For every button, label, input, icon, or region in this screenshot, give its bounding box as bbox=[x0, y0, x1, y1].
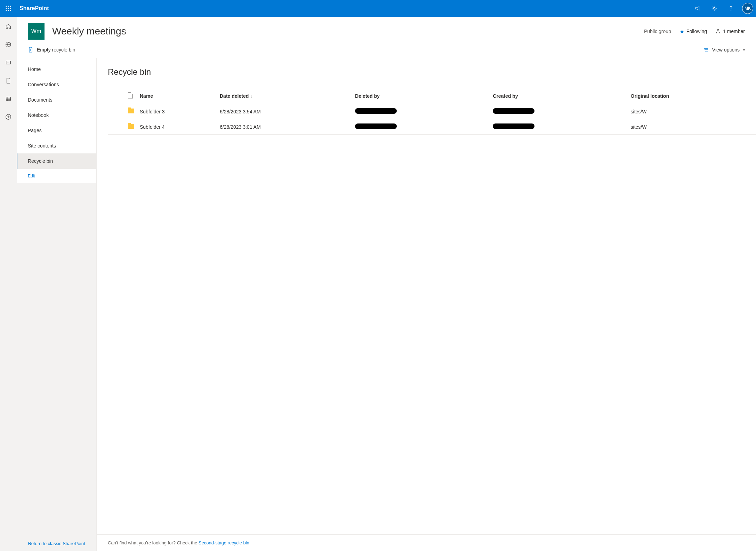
cell-created-by bbox=[490, 104, 628, 119]
site-logo-text: Wm bbox=[31, 28, 41, 34]
plus-circle-icon bbox=[5, 114, 11, 120]
app-rail bbox=[0, 17, 17, 551]
help-icon bbox=[728, 5, 734, 11]
cell-created-by bbox=[490, 119, 628, 135]
view-icon bbox=[703, 47, 709, 52]
rail-create-button[interactable] bbox=[5, 113, 12, 120]
empty-label: Empty recycle bin bbox=[37, 47, 75, 53]
cell-original: sites/W bbox=[628, 104, 756, 119]
table-row[interactable]: Subfolder 4 6/28/2023 3:01 AM sites/W bbox=[108, 119, 756, 135]
svg-point-15 bbox=[717, 29, 719, 31]
command-bar: Empty recycle bin View options ▾ bbox=[17, 44, 756, 58]
svg-point-0 bbox=[6, 6, 7, 7]
nav-recycle-bin[interactable]: Recycle bin bbox=[17, 153, 96, 169]
megaphone-button[interactable] bbox=[689, 0, 706, 17]
svg-rect-13 bbox=[6, 97, 11, 101]
footer-note: Can't find what you're looking for? Chec… bbox=[97, 534, 756, 551]
sort-down-icon: ↓ bbox=[250, 94, 252, 99]
follow-button[interactable]: ★ Following bbox=[679, 28, 707, 35]
cell-date: 6/28/2023 3:54 AM bbox=[217, 104, 352, 119]
recycle-bin-table: Name Date deleted↓ Deleted by Created by… bbox=[108, 88, 756, 135]
svg-point-9 bbox=[713, 7, 715, 9]
cell-deleted-by bbox=[352, 104, 490, 119]
svg-point-8 bbox=[10, 10, 11, 11]
cell-original: sites/W bbox=[628, 119, 756, 135]
footer-text: Can't find what you're looking for? Chec… bbox=[108, 540, 199, 545]
rail-files-button[interactable] bbox=[5, 77, 12, 84]
view-options-button[interactable]: View options ▾ bbox=[703, 47, 745, 53]
svg-point-6 bbox=[6, 10, 7, 11]
rail-globe-button[interactable] bbox=[5, 41, 12, 48]
col-date-deleted[interactable]: Date deleted↓ bbox=[217, 88, 352, 104]
col-deleted-by[interactable]: Deleted by bbox=[352, 88, 490, 104]
rail-lists-button[interactable] bbox=[5, 95, 12, 102]
globe-icon bbox=[5, 41, 11, 48]
help-button[interactable] bbox=[723, 0, 739, 17]
members-label: 1 member bbox=[723, 29, 745, 34]
nav-notebook[interactable]: Notebook bbox=[17, 107, 96, 123]
file-icon bbox=[6, 78, 11, 84]
view-label: View options bbox=[712, 47, 740, 53]
table-row[interactable]: Subfolder 3 6/28/2023 3:54 AM sites/W bbox=[108, 104, 756, 119]
site-title[interactable]: Weekly meetings bbox=[52, 26, 636, 37]
chevron-down-icon: ▾ bbox=[743, 48, 745, 52]
site-header: Wm Weekly meetings Public group ★ Follow… bbox=[17, 17, 756, 44]
second-stage-link[interactable]: Second-stage recycle bin bbox=[199, 540, 249, 545]
svg-point-1 bbox=[8, 6, 9, 7]
trash-icon bbox=[28, 47, 33, 53]
nav-home[interactable]: Home bbox=[17, 62, 96, 77]
svg-point-10 bbox=[731, 10, 731, 10]
star-icon: ★ bbox=[679, 28, 684, 35]
col-created-by[interactable]: Created by bbox=[490, 88, 628, 104]
content-area: Recycle bin Name Date deleted↓ Deleted b… bbox=[97, 58, 756, 551]
home-icon bbox=[5, 23, 11, 30]
cell-name: Subfolder 3 bbox=[137, 104, 217, 119]
return-classic-link[interactable]: Return to classic SharePoint bbox=[28, 541, 85, 546]
page-title: Recycle bin bbox=[108, 67, 756, 77]
gear-icon bbox=[711, 5, 717, 11]
megaphone-icon bbox=[694, 5, 701, 11]
waffle-icon bbox=[6, 6, 11, 11]
settings-button[interactable] bbox=[706, 0, 723, 17]
brand-label[interactable]: SharePoint bbox=[17, 5, 49, 11]
cell-date: 6/28/2023 3:01 AM bbox=[217, 119, 352, 135]
svg-point-7 bbox=[8, 10, 9, 11]
cell-name: Subfolder 4 bbox=[137, 119, 217, 135]
nav-pages[interactable]: Pages bbox=[17, 123, 96, 138]
svg-point-2 bbox=[10, 6, 11, 7]
news-icon bbox=[5, 59, 11, 66]
svg-point-5 bbox=[10, 8, 11, 9]
file-icon bbox=[128, 92, 133, 98]
empty-recycle-bin-button[interactable]: Empty recycle bin bbox=[28, 47, 75, 53]
site-logo[interactable]: Wm bbox=[28, 23, 45, 40]
nav-documents[interactable]: Documents bbox=[17, 92, 96, 107]
col-original[interactable]: Original location bbox=[628, 88, 756, 104]
folder-icon bbox=[128, 109, 134, 113]
folder-icon bbox=[128, 124, 134, 129]
suite-bar: SharePoint MK bbox=[0, 0, 756, 17]
col-name[interactable]: Name bbox=[137, 88, 217, 104]
list-icon bbox=[5, 96, 11, 102]
app-launcher-button[interactable] bbox=[0, 0, 17, 17]
svg-point-3 bbox=[6, 8, 7, 9]
left-nav: Home Conversations Documents Notebook Pa… bbox=[17, 58, 97, 551]
nav-edit-link[interactable]: Edit bbox=[17, 169, 96, 183]
cell-deleted-by bbox=[352, 119, 490, 135]
rail-home-button[interactable] bbox=[5, 23, 12, 30]
avatar-initials: MK bbox=[745, 6, 751, 11]
members-button[interactable]: 1 member bbox=[715, 29, 745, 34]
nav-site-contents[interactable]: Site contents bbox=[17, 138, 96, 153]
user-avatar[interactable]: MK bbox=[742, 3, 753, 14]
person-icon bbox=[715, 29, 721, 34]
col-type[interactable] bbox=[125, 88, 137, 104]
svg-point-4 bbox=[8, 8, 9, 9]
follow-label: Following bbox=[686, 29, 707, 34]
nav-conversations[interactable]: Conversations bbox=[17, 77, 96, 92]
svg-rect-12 bbox=[6, 61, 11, 64]
rail-news-button[interactable] bbox=[5, 59, 12, 66]
site-visibility: Public group bbox=[644, 29, 671, 34]
